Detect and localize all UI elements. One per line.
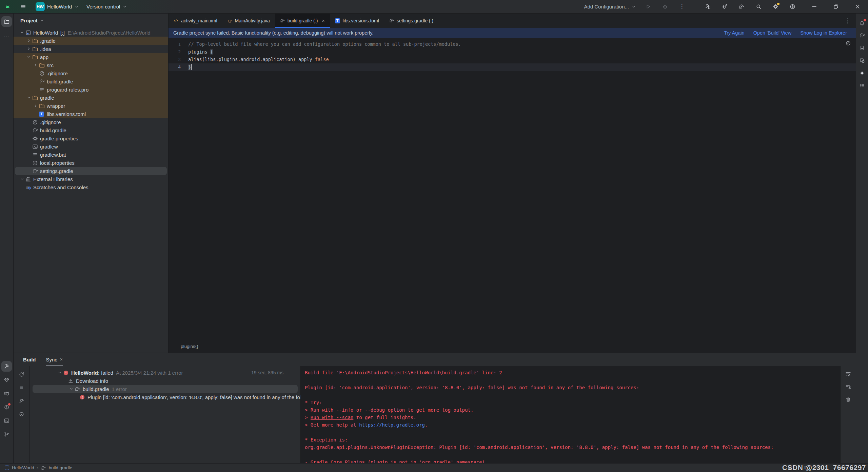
clear-all-button[interactable] xyxy=(843,394,853,405)
device-manager-button[interactable] xyxy=(857,55,867,66)
tree-item-project-root[interactable]: HelloWorld [:] E:\AndroidStudioProjects\… xyxy=(14,28,168,37)
tree-item-gradle-folder[interactable]: gradle xyxy=(14,94,168,102)
stop-button[interactable] xyxy=(17,382,27,393)
indent-style[interactable]: 4 spaces xyxy=(833,465,852,470)
account-button[interactable] xyxy=(787,2,797,12)
settings-button[interactable] xyxy=(770,2,781,12)
scroll-to-end-button[interactable] xyxy=(843,381,853,392)
minimize-button[interactable] xyxy=(809,2,819,12)
tree-item-app[interactable]: app xyxy=(14,53,168,61)
tree-item-dot-gradle[interactable]: .gradle xyxy=(14,37,168,45)
attach-debugger-button[interactable] xyxy=(719,2,730,12)
try-again-link[interactable]: Try Again xyxy=(724,30,745,36)
close-button[interactable] xyxy=(852,2,863,12)
tree-item-root-gitignore[interactable]: .gitignore xyxy=(14,118,168,126)
tab-settings-gradle[interactable]: settings.gradle (:) xyxy=(384,14,438,28)
plugin-error-row[interactable]: Plugin [id: 'com.android.application', v… xyxy=(30,393,300,401)
show-log-link[interactable]: Show Log in Explorer xyxy=(800,30,847,36)
properties-file-icon xyxy=(32,160,40,166)
chevron-right-icon[interactable] xyxy=(25,38,32,43)
open-build-view-link[interactable]: Open 'Build' View xyxy=(753,30,791,36)
tree-item-root-build-gradle[interactable]: build.gradle xyxy=(14,126,168,134)
chevron-right-icon[interactable] xyxy=(32,103,39,108)
tree-item-proguard-rules[interactable]: proguard-rules.pro xyxy=(14,85,168,94)
more-tool-windows-button[interactable]: ⋯ xyxy=(1,32,12,42)
run-info-link[interactable]: Run with --info xyxy=(311,407,353,413)
chevron-down-icon[interactable] xyxy=(40,18,44,23)
build-button[interactable] xyxy=(703,2,713,12)
navigate-button[interactable] xyxy=(17,409,27,419)
build-gradle-error-row[interactable]: build.gradle 1 error xyxy=(33,385,298,393)
gradle-help-link[interactable]: https://help.gradle.org xyxy=(359,422,425,428)
chevron-right-icon[interactable] xyxy=(25,46,32,51)
gemini-button[interactable] xyxy=(857,68,867,78)
problems-button[interactable] xyxy=(1,402,12,412)
gradle-sync-button[interactable] xyxy=(736,2,747,12)
version-control-button[interactable] xyxy=(1,429,12,439)
restore-button[interactable] xyxy=(831,2,841,12)
logcat-button[interactable] xyxy=(1,388,12,399)
tab-libs-versions-toml[interactable]: libs.versions.toml xyxy=(330,14,384,28)
tree-item-app-gitignore[interactable]: .gitignore xyxy=(14,69,168,77)
running-devices-button[interactable] xyxy=(857,43,867,53)
chevron-down-icon[interactable] xyxy=(19,177,25,181)
run-scan-link[interactable]: Run with --scan xyxy=(311,415,353,420)
tree-item-gradlew[interactable]: gradlew xyxy=(14,142,168,151)
tree-item-local-properties[interactable]: local.properties xyxy=(14,159,168,167)
tree-item-gradlew-bat[interactable]: gradlew.bat xyxy=(14,151,168,159)
close-tab-icon[interactable]: × xyxy=(322,18,324,23)
more-actions-button[interactable]: ⋮ xyxy=(677,2,687,12)
main-menu-button[interactable] xyxy=(18,2,28,12)
tab-options-button[interactable]: ⋮ xyxy=(845,17,850,24)
build-root-row[interactable]: HelloWorld: failed At 2025/3/4 21:24 wit… xyxy=(30,369,300,377)
project-tool-button[interactable] xyxy=(1,16,12,27)
vcs-widget[interactable]: Version control xyxy=(86,4,127,9)
chevron-down-icon[interactable] xyxy=(25,55,32,59)
chevron-down-icon[interactable] xyxy=(68,387,75,391)
tree-item-app-build-gradle[interactable]: build.gradle xyxy=(14,77,168,85)
code-editor[interactable]: 1// Top-level build file where you can a… xyxy=(169,38,856,342)
gradle-tool-button[interactable] xyxy=(857,30,867,41)
tree-item-wrapper[interactable]: wrapper xyxy=(14,102,168,110)
debug-option-link[interactable]: --debug option xyxy=(365,407,405,413)
resync-button[interactable] xyxy=(17,369,27,379)
run-button[interactable] xyxy=(643,2,653,12)
tree-item-external-libraries[interactable]: External Libraries xyxy=(14,175,168,183)
status-project[interactable]: HelloWorld xyxy=(12,465,34,470)
status-file[interactable]: build.gradle xyxy=(48,465,72,470)
tree-item-settings-gradle[interactable]: settings.gradle xyxy=(15,167,167,175)
tab-activity-main-xml[interactable]: activity_main.xml xyxy=(169,14,222,28)
chevron-right-icon[interactable] xyxy=(32,63,39,67)
tree-item-src[interactable]: src xyxy=(14,61,168,69)
structure-button[interactable] xyxy=(857,80,867,91)
tab-sync[interactable]: Sync × xyxy=(46,353,63,366)
chevron-down-icon[interactable] xyxy=(19,30,25,35)
download-info-row[interactable]: Download info xyxy=(30,377,300,385)
project-widget[interactable]: HW HelloWorld xyxy=(36,2,79,11)
file-encoding[interactable]: UTF-8 xyxy=(814,465,827,470)
soft-wrap-button[interactable] xyxy=(843,369,853,379)
tree-item-libs-versions-toml[interactable]: libs.versions.toml xyxy=(14,110,168,118)
terminal-button[interactable] xyxy=(1,415,12,426)
search-everywhere-button[interactable] xyxy=(753,2,764,12)
build-output-console[interactable]: Build file 'E:\AndroidStudioProjects\Hel… xyxy=(300,366,840,463)
tree-item-scratches[interactable]: Scratches and Consoles xyxy=(14,183,168,191)
build-file-link[interactable]: E:\AndroidStudioProjects\HelloWorld\buil… xyxy=(339,370,476,375)
debug-button[interactable] xyxy=(660,2,670,12)
app-quality-insights-button[interactable] xyxy=(1,375,12,385)
tab-mainactivity-java[interactable]: MainActivity.java xyxy=(222,14,275,28)
run-configuration-selector[interactable]: Add Configuration... xyxy=(584,4,636,9)
tree-item-dot-idea[interactable]: .idea xyxy=(14,45,168,53)
pin-button[interactable] xyxy=(17,396,27,406)
line-ending[interactable]: LF xyxy=(802,465,807,470)
tree-item-gradle-properties[interactable]: gradle.properties xyxy=(14,134,168,142)
notifications-button[interactable] xyxy=(857,18,867,28)
chevron-down-icon[interactable] xyxy=(56,370,63,375)
lock-icon[interactable] xyxy=(859,466,863,470)
chevron-down-icon[interactable] xyxy=(25,95,32,100)
caret-position[interactable]: 4:2 xyxy=(788,465,795,470)
close-tab-icon[interactable]: × xyxy=(60,357,63,362)
breadcrumb[interactable]: plugins{} xyxy=(169,342,856,351)
build-tool-button[interactable] xyxy=(1,361,12,372)
tab-build-gradle[interactable]: build.gradle (:) × xyxy=(275,14,330,28)
